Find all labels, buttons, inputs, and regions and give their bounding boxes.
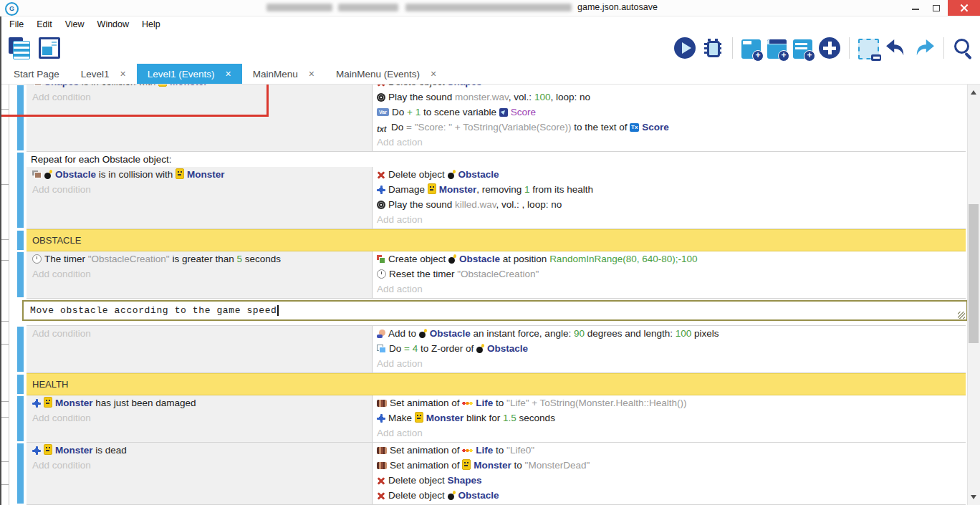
condition-line[interactable]: Monster is dead — [27, 443, 372, 458]
add-event-button[interactable] — [741, 39, 761, 59]
selection-bar[interactable] — [17, 443, 24, 504]
add-action-button[interactable]: Add action — [373, 282, 966, 297]
delete-icon — [377, 476, 385, 485]
scene-window-button[interactable] — [39, 37, 60, 59]
action-line[interactable]: Play the sound monster.wav, vol.: 100, l… — [373, 90, 966, 105]
redo-button[interactable] — [913, 37, 935, 59]
object-name: Score — [642, 122, 669, 133]
add-condition-button[interactable]: Add condition — [27, 458, 372, 473]
toolbar-separator — [943, 37, 944, 59]
action-line[interactable]: Add to Obstacle an instant force, angle:… — [373, 326, 966, 341]
menu-item-view[interactable]: View — [59, 19, 91, 29]
object-name: Life — [476, 445, 493, 456]
menu-item-edit[interactable]: Edit — [30, 19, 59, 29]
undo-button[interactable] — [885, 37, 907, 59]
action-line[interactable]: Do + 1 to scene variable Score — [373, 105, 966, 120]
search-button[interactable] — [953, 37, 974, 59]
restore-button[interactable] — [926, 0, 948, 16]
condition-line[interactable]: The timer "ObstacleCreation" is greater … — [27, 251, 372, 266]
object-name: Shapes — [44, 85, 79, 87]
minimize-button[interactable] — [905, 0, 926, 16]
selection-bar[interactable] — [17, 153, 24, 228]
bomb-icon — [419, 329, 427, 338]
tab-close-icon[interactable]: × — [120, 69, 126, 79]
action-line[interactable]: Damage Monster, removing 1 from its heal… — [373, 182, 966, 197]
add-subevent-button[interactable] — [767, 39, 787, 59]
debug-button[interactable] — [702, 37, 724, 59]
scroll-thumb[interactable] — [969, 204, 979, 343]
event-text: Damage — [388, 184, 428, 195]
tab-level1[interactable]: Level1× — [70, 64, 137, 84]
selection-bar[interactable] — [17, 85, 24, 150]
action-line[interactable]: Create object Obstacle at position Rando… — [373, 251, 966, 266]
event-group-header[interactable]: HEALTH — [27, 373, 966, 395]
resize-grip[interactable] — [958, 312, 965, 319]
window-body: FileEditViewWindowHelp Start PageLevel1×… — [0, 16, 980, 505]
add-condition-button[interactable]: Add condition — [27, 410, 372, 425]
action-line[interactable]: Set animation of Life to "Life" + ToStri… — [373, 395, 966, 410]
add-action-button[interactable]: Add action — [373, 356, 966, 371]
add-condition-button[interactable]: Add condition — [27, 326, 372, 341]
condition-line[interactable]: Shapes is in collision with Monster — [27, 85, 372, 90]
action-line[interactable]: Delete object Shapes — [373, 85, 966, 90]
action-line[interactable]: Do = 4 to Z-order of Obstacle — [373, 341, 966, 356]
close-button[interactable] — [948, 0, 980, 16]
menu-item-window[interactable]: Window — [91, 19, 135, 29]
add-action-button[interactable]: Add action — [373, 135, 966, 150]
selection-bar[interactable] — [17, 231, 24, 250]
tab-mainmenu-events-[interactable]: MainMenu (Events)× — [325, 64, 447, 84]
action-line[interactable]: Reset the timer "ObstacleCreation" — [373, 266, 966, 282]
vertical-scrollbar[interactable] — [967, 85, 980, 505]
bomb-icon — [476, 344, 484, 353]
action-line[interactable]: Delete object Shapes — [373, 473, 966, 488]
event-group-header[interactable]: OBSTACLE — [27, 229, 966, 251]
action-line[interactable]: Set animation of Life to "Life0" — [373, 443, 966, 458]
menu-item-help[interactable]: Help — [135, 19, 167, 29]
add-condition-button[interactable]: Add condition — [27, 266, 372, 282]
action-line[interactable]: Delete object Obstacle — [373, 488, 966, 503]
run-button[interactable] — [674, 37, 696, 59]
tab-close-icon[interactable]: × — [226, 69, 231, 79]
action-line[interactable]: Delete object Obstacle — [373, 167, 966, 182]
events-doc-button[interactable] — [9, 37, 30, 59]
fold-tick — [1, 461, 9, 462]
action-line[interactable]: Do = "Score: " + ToString(Variable(Score… — [373, 120, 966, 135]
repeat-event-header[interactable]: Repeat for each Obstacle object: — [27, 152, 966, 167]
action-line[interactable]: Play the sound killed.wav, vol.: , loop:… — [373, 197, 966, 212]
sound-icon — [377, 93, 385, 102]
condition-line[interactable]: Monster has just been damaged — [27, 395, 372, 410]
action-line[interactable]: Make Monster blink for 1.5 seconds — [373, 410, 966, 425]
selection-bar[interactable] — [17, 375, 24, 394]
object-name: Shapes — [448, 475, 482, 486]
action-line[interactable]: Set animation of Monster to "MonsterDead… — [373, 458, 966, 473]
menu-item-file[interactable]: File — [3, 19, 30, 29]
add-action-button[interactable]: Add action — [373, 425, 966, 441]
event-row: Repeat for each Obstacle object:Obstacle… — [27, 152, 966, 229]
selection-bar[interactable] — [17, 252, 24, 297]
add-more-button[interactable] — [819, 37, 840, 59]
add-comment-button[interactable] — [793, 39, 812, 59]
add-condition-button[interactable]: Add condition — [27, 182, 372, 197]
add-condition-button[interactable]: Add condition — [27, 90, 372, 105]
tab-close-icon[interactable]: × — [431, 69, 436, 79]
condition-line[interactable]: Obstacle is in collision with Monster — [27, 167, 372, 182]
selection-bar[interactable] — [17, 327, 24, 372]
object-name: Monster — [439, 184, 477, 195]
selection-bar[interactable] — [17, 396, 24, 441]
comment-box[interactable]: Move obstacle according to the game spee… — [22, 300, 968, 321]
event-text: is in collision with — [96, 169, 176, 180]
delete-event-button[interactable] — [858, 39, 879, 59]
scroll-up-arrow[interactable] — [971, 90, 976, 95]
add-action-button[interactable]: Add action — [373, 212, 966, 227]
tab-mainmenu[interactable]: MainMenu× — [242, 64, 325, 84]
event-rows: Shapes is in collision with MonsterAdd c… — [27, 85, 966, 505]
delete-icon — [377, 170, 385, 179]
monster-icon — [176, 168, 184, 179]
tab-level1-events-[interactable]: Level1 (Events)× — [137, 64, 242, 84]
delete-icon — [377, 491, 385, 500]
tab-start-page[interactable]: Start Page — [3, 64, 70, 84]
scroll-down-arrow[interactable] — [971, 495, 976, 499]
parameter-value: = 4 — [404, 343, 418, 354]
conditions-column: Add condition — [27, 326, 372, 372]
tab-close-icon[interactable]: × — [309, 69, 314, 79]
